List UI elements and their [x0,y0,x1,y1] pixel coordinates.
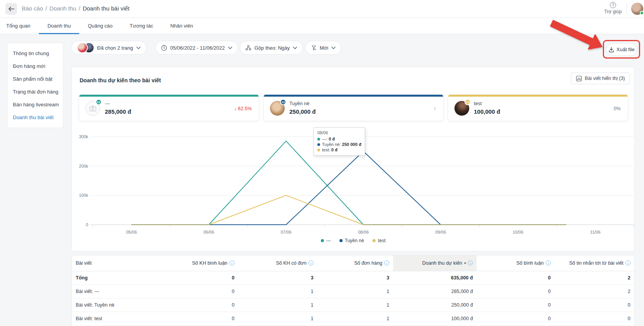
table-header-row: Bài viết Số KH bình luận Số KH có đơn Số… [72,255,634,271]
svg-text:06/06: 06/06 [204,230,214,234]
sidebar-item-doanh-thu-bai-viet[interactable]: Doanh thu bài viết [7,111,63,124]
date-range-label: 05/06/2022 - 11/06/2022 [170,45,225,51]
svg-text:10/06: 10/06 [513,230,524,234]
chart-title: Doanh thu dự kiến theo bài viết [80,77,161,83]
sidebar-item-san-pham-noi-bat[interactable]: Sản phẩm nổi bật [7,73,63,85]
summary-card-2[interactable]: #2 Tuyền nè 250,000 đ ↑ [264,95,443,121]
posts-table-card: Bài viết Số KH bình luận Số KH có đơn Số… [71,255,635,326]
posts-table: Bài viết Số KH bình luận Số KH có đơn Số… [72,255,634,326]
legend-dot [372,239,376,242]
post-link[interactable]: Bài viết: --- [72,284,161,298]
table-row: Bài viết: --- 0 1 1 285,000 đ 0 2 [72,284,634,298]
col-header-so-binh-luan[interactable]: Số bình luận [477,255,554,271]
tab-nhan-vien[interactable]: Nhân viên [162,18,202,34]
back-arrow-icon [8,7,14,11]
clock-icon [161,45,167,51]
page-avatar-1 [77,42,88,53]
series-dot [317,138,320,140]
info-icon[interactable] [384,260,389,265]
chevron-down-icon [293,47,297,49]
post-revenue-value: 285,000 đ [105,108,131,115]
col-header-so-kh-co-don[interactable]: Số KH có đơn [238,255,317,271]
col-header-doanh-thu-du-kien[interactable]: Doanh thu dự kiến [393,255,477,271]
legend-dot [321,239,324,242]
group-by-label: Gộp theo: Ngày [254,45,290,51]
svg-text:07/06: 07/06 [281,230,292,234]
legend-dot [339,239,343,242]
svg-text:11/06: 11/06 [590,230,600,234]
post-name: test [474,101,482,106]
svg-text:09/06: 09/06 [435,230,446,234]
group-by-icon [245,45,251,51]
post-name: --- [105,101,110,106]
posts-visible-label: Bài viết hiển thị (3) [585,76,625,81]
new-filter-dropdown[interactable]: Mới [305,41,341,55]
export-file-button[interactable]: Xuất file [606,43,637,56]
legend-item[interactable]: Tuyền nè [339,238,364,243]
info-icon[interactable] [230,260,235,265]
date-range-dropdown[interactable]: 05/06/2022 - 11/06/2022 [155,41,238,55]
post-revenue-value: 100,000 đ [474,108,500,115]
legend-item[interactable]: test [372,238,385,243]
svg-text:300k: 300k [79,134,88,139]
back-button[interactable] [5,3,17,15]
breadcrumb-bao-cao[interactable]: Báo cáo [22,5,43,12]
post-name: Tuyền nè [289,101,310,106]
legend-item[interactable]: --- [321,238,331,243]
svg-text:05/06: 05/06 [126,230,137,234]
group-by-dropdown[interactable]: Gộp theo: Ngày [240,41,303,55]
online-status-dot [640,11,644,15]
change-indicator: ↑ [433,97,436,121]
breadcrumb-doanh-thu[interactable]: Doanh thu [49,5,76,12]
tooltip-row: ---: 0 đ [317,137,361,141]
col-header-so-tin-nhan[interactable]: Số tin nhắn tới từ bài viết [555,255,634,271]
help-icon: ? [610,2,616,8]
col-header-so-kh-binh-luan[interactable]: Số KH bình luận [161,255,238,271]
posts-visible-button[interactable]: Bài viết hiển thị (3) [571,73,630,84]
col-header-bai-viet[interactable]: Bài viết [72,255,161,271]
svg-text:08/06: 08/06 [358,230,369,234]
table-row: Bài viết: Tuyền nè 0 1 1 250,000 đ 0 0 [72,298,634,312]
header-divider [627,3,627,15]
camera-icon [89,106,96,111]
post-link[interactable]: Bài viết: Tuyền nè [72,298,161,312]
page-title: Doanh thu bài viết [83,5,130,12]
tooltip-date: 08/06 [317,130,361,135]
summary-card-3[interactable]: #3 test 100,000 đ 0% [448,95,628,121]
tab-quang-cao[interactable]: Quảng cáo [79,18,121,34]
change-value: 0% [614,106,621,111]
sidebar-item-trang-thai-don-hang[interactable]: Trạng thái đơn hàng [7,85,63,98]
up-arrow-icon: ↑ [433,106,436,112]
sidebar-item-ban-hang-livestream[interactable]: Bán hàng livestream [7,98,63,111]
tab-tuong-tac[interactable]: Tương tác [121,18,162,34]
info-icon[interactable] [308,260,313,265]
post-revenue-value: 250,000 đ [289,108,316,115]
table-row-total: Tổng 0 3 3 635,000 đ 0 2 [72,271,634,284]
tab-bar: Tổng quan Doanh thu Quảng cáo Tương tác … [0,18,644,34]
help-button[interactable]: ? Trợ giúp [601,2,625,14]
sidebar-item-thong-tin-chung[interactable]: Thông tin chung [7,47,63,60]
new-filter-label: Mới [320,45,328,51]
sort-descending-icon [464,261,466,265]
chart-tooltip: 08/06 ---: 0 đ Tuyền nè: 250 000 đ test:… [313,127,365,156]
tab-tong-quan[interactable]: Tổng quan [6,18,39,34]
page: Báo cáo/Doanh thu/Doanh thu bài viết ? T… [0,0,644,326]
new-filter-icon [311,45,317,51]
user-avatar[interactable] [631,3,643,15]
sidebar-item-don-hang-moi[interactable]: Đơn hàng mới [7,60,63,73]
change-indicator: 0% [614,97,621,121]
rank-badge: #3 [465,99,471,105]
info-icon[interactable] [625,260,630,265]
report-sidebar: Thông tin chung Đơn hàng mới Sản phẩm nổ… [7,43,63,128]
page-selector-dropdown[interactable]: Đã chọn 2 trang [71,41,146,55]
post-link[interactable]: Bài viết: test [72,312,161,325]
tab-doanh-thu[interactable]: Doanh thu [39,18,79,34]
chevron-down-icon [136,47,141,49]
svg-text:100k: 100k [79,193,88,198]
col-header-so-don-hang[interactable]: Số đơn hàng [317,255,393,271]
download-icon [609,47,614,52]
info-icon[interactable] [546,260,551,265]
info-icon[interactable] [468,260,473,265]
summary-card-1[interactable]: #1 --- 285,000 đ ↓ 62.5% [79,95,259,121]
series-dot [317,143,320,146]
